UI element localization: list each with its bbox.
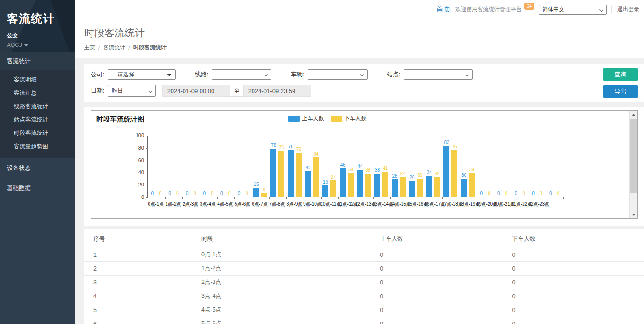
x-axis-tick-label: 5点-6点 (234, 201, 251, 208)
date-to-input[interactable]: 2024-01-09 23:59 (243, 85, 311, 97)
col-header-boarding: 上车人数 (376, 229, 508, 248)
bar-alighting: 76 (451, 150, 457, 197)
company-select[interactable]: ---请选择--- (108, 69, 176, 80)
x-axis-tick-label: 15点-16点 (407, 201, 425, 208)
bar-group: 00 (234, 136, 252, 197)
y-axis-ticks (146, 136, 148, 198)
y-axis-tick-label: 80 (129, 145, 144, 150)
table-cell-period: 3点-4点 (198, 289, 376, 303)
x-axis-tick-label: 8点-9点 (286, 201, 303, 208)
logo-block: 客流统计 公交 AQGJ (0, 0, 75, 52)
x-axis-tick-label: 0点-1点 (147, 201, 165, 208)
bar-value-label: 30 (461, 173, 466, 178)
bar-value-label: 0 (557, 191, 560, 196)
bar-value-label: 6 (263, 187, 265, 192)
bar-value-label: 78 (271, 143, 276, 148)
sidebar-item-trend-chart[interactable]: 客流量趋势图 (0, 140, 75, 153)
legend-item-boarding[interactable]: 上车人数 (288, 115, 324, 122)
table-cell-alighting: 0 (508, 276, 644, 289)
language-select[interactable]: 简体中文 (539, 5, 607, 15)
col-header-no: 序号 (84, 229, 198, 248)
table-row: 65点-6点00 (84, 317, 644, 324)
x-axis-tick-label: 7点-8点 (269, 201, 286, 208)
y-axis-tick-label: 40 (129, 169, 144, 175)
bar-value-label: 0 (246, 191, 248, 196)
user-menu[interactable]: AQGJ (7, 42, 68, 48)
bar-boarding: 28 (392, 179, 398, 197)
bar-value-label: 38 (365, 168, 370, 173)
bar-value-label: 34 (427, 170, 432, 175)
scrollbar-thumb[interactable] (630, 119, 637, 193)
breadcrumb-separator: / (128, 45, 130, 51)
bar-alighting: 39 (348, 173, 354, 197)
sidebar-item-passenger-detail[interactable]: 客流明细 (0, 73, 75, 87)
sidebar-item-line-stats[interactable]: 线路客流统计 (0, 100, 75, 113)
legend-item-alighting[interactable]: 下车人数 (331, 115, 367, 122)
date-from-input[interactable]: 2024-01-09 00:00 (162, 85, 230, 97)
export-button[interactable]: 导出 (603, 85, 638, 98)
chevron-down-icon (599, 7, 603, 11)
table-cell-boarding: 0 (376, 289, 508, 303)
chart-box: 时段车流统计图 上车人数下车人数 02040608010000000000000… (91, 110, 638, 219)
logout-link[interactable]: 退出登录 (611, 6, 639, 13)
sidebar-item-passenger-summary[interactable]: 客流汇总 (0, 87, 75, 100)
table-cell-alighting: 0 (508, 289, 644, 303)
bar-alighting: 39 (469, 173, 475, 197)
vehicle-label: 车辆: (291, 70, 305, 79)
home-link[interactable]: 首页 (436, 5, 451, 14)
chevron-down-icon (148, 89, 152, 93)
breadcrumb-passenger-stats[interactable]: 客流统计 (103, 44, 125, 52)
breadcrumb-home[interactable]: 主页 (84, 44, 95, 52)
query-button[interactable]: 查询 (603, 68, 638, 81)
line-select[interactable] (212, 69, 271, 80)
bar-alighting: 41 (382, 172, 388, 197)
bar-value-label: 75 (279, 145, 284, 150)
dropdown-arrow-icon (167, 74, 172, 76)
bar-value-label: 0 (203, 191, 206, 196)
bar-group: 3841 (373, 136, 390, 197)
line-label: 线路: (195, 70, 209, 79)
legend-swatch (288, 116, 300, 122)
bar-group: 00 (529, 136, 546, 197)
bar-group: 00 (148, 136, 165, 197)
x-axis-tick-label: 21点-22点 (511, 201, 529, 208)
bar-boarding: 44 (357, 170, 363, 197)
bar-group: 2630 (407, 136, 425, 197)
x-axis-tick-label: 3点-4点 (199, 201, 217, 208)
sidebar-item-base-data[interactable]: 基础数据 (0, 178, 75, 198)
x-axis-tick-label: 14点-15点 (390, 201, 407, 208)
sidebar-item-period-stats[interactable]: 时段客流统计 (0, 127, 75, 140)
bar-group: 8376 (442, 136, 460, 197)
bar-value-label: 64 (313, 151, 318, 156)
bar-value-label: 0 (220, 191, 223, 196)
scroll-down-icon[interactable] (630, 211, 638, 218)
legend-swatch (331, 116, 342, 122)
date-preset-select[interactable]: 昨日 (108, 85, 156, 97)
station-select[interactable] (404, 69, 473, 80)
bar-boarding: 30 (461, 179, 467, 197)
sidebar-item-device-status[interactable]: 设备状态 (0, 158, 75, 178)
bar-value-label: 39 (348, 167, 353, 172)
legend-label: 上车人数 (302, 115, 324, 122)
language-value: 简体中文 (542, 6, 564, 13)
x-axis-tick-label: 4点-5点 (217, 201, 234, 208)
chart-area: 0204060801000000000000001567875767242641… (147, 136, 564, 208)
bar-value-label: 0 (515, 191, 518, 196)
scroll-up-icon[interactable] (630, 111, 638, 118)
table-cell-no: 2 (84, 262, 198, 276)
chevron-down-icon (465, 73, 469, 76)
sidebar-item-passenger-stats[interactable]: 客流统计 (0, 52, 75, 70)
bar-group: 2832 (390, 136, 408, 197)
chart-scrollbar[interactable] (629, 111, 637, 218)
vehicle-select[interactable] (308, 69, 368, 80)
table-cell-alighting: 0 (508, 248, 644, 262)
table-cell-boarding: 0 (376, 317, 508, 324)
sidebar-item-station-stats[interactable]: 站点客流统计 (0, 113, 75, 127)
bar-value-label: 0 (523, 191, 525, 196)
bar-boarding: 34 (426, 176, 432, 197)
table-cell-period: 1点-2点 (198, 262, 376, 276)
table-cell-boarding: 0 (376, 248, 508, 262)
bar-value-label: 76 (288, 144, 293, 149)
table-cell-no: 4 (84, 289, 198, 303)
bar-value-label: 46 (340, 162, 345, 168)
